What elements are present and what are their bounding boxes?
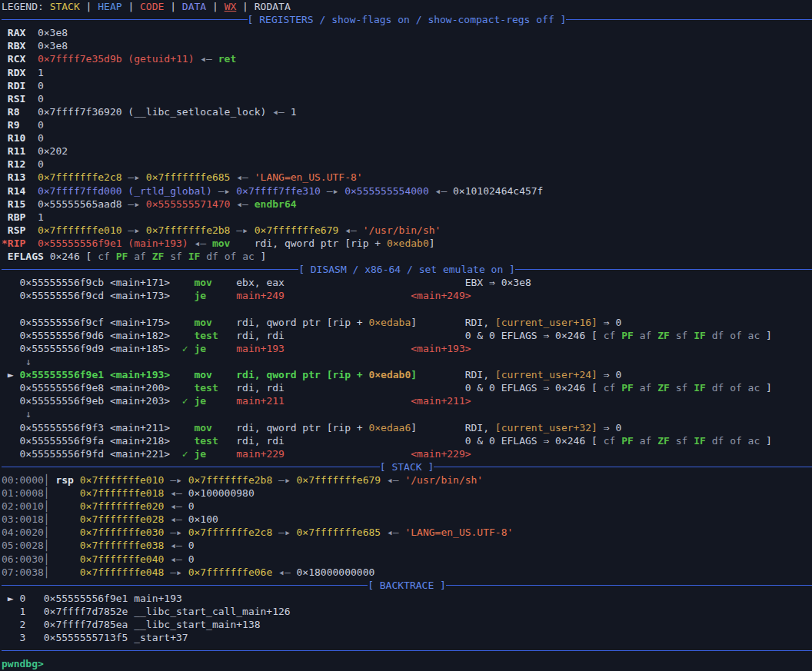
text-segment: 0×10102464c457f [453,185,543,197]
legend-row: LEGEND: STACK | HEAP | CODE | DATA | WX … [2,0,812,13]
text-segment: 0 [188,540,195,551]
text-segment: ac [748,330,760,341]
jump-arrow-icon: ↓ [2,408,32,420]
register-row: RSP 0×7fffffffe010 —▸ 0×7fffffffe2b8 —▸ … [2,224,812,237]
text-segment: 0×18000000000 [297,566,375,578]
points-to-arrow-icon: —▸ [122,224,146,236]
points-from-arrow-icon: ◂— [338,224,362,236]
prompt-line[interactable]: pwndbg> [2,657,812,670]
points-from-arrow-icon: ◂— [164,513,188,525]
text-segment: ZF [152,251,170,262]
text-segment [285,382,465,394]
text-segment: 0×55555556f9e1 <main+193> [19,369,170,380]
text-segment: 0×edab0 [387,238,429,249]
disasm-row: ↓ [2,407,812,420]
disasm-row: ► 0×55555556f9e1 <main+193> mov rdi, qwo… [2,368,812,381]
text-segment: je [194,395,206,407]
context-blocks: LEGEND: STACK | HEAP | CODE | DATA | WX … [2,0,812,657]
text-segment: <main+229> [411,448,471,460]
text-segment: 0×55555556f9e1 main+193 [44,593,182,604]
text-segment: 0×55555556f9e8 <main+200> [2,382,170,394]
text-segment: of [730,435,747,447]
text-segment: ] [429,238,435,249]
register-row: R14 0×7ffff7ffd000 (_rtld_global) —▸ 0×7… [2,184,812,198]
text-segment: | [80,1,98,12]
divider-backtrace: [ BACKTRACE ] [2,579,812,592]
text-segment: 0×7fffffffe679 [297,474,381,486]
text-segment [285,290,411,301]
register-row: RDX 1 [2,66,812,79]
text-segment: af [640,435,657,447]
register-row: R10 0 [2,131,812,144]
text-segment [170,448,182,460]
text-segment: 0×7fffffffe685 [146,171,231,183]
text-segment: mov [194,277,211,288]
points-to-arrow-icon: —▸ [230,224,254,236]
points-to-arrow-icon: —▸ [164,527,188,538]
text-segment [206,448,236,460]
text-segment: R12 [2,158,38,170]
points-to-arrow-icon: —▸ [212,185,236,197]
disasm-row: 0×55555556f9fa <main+218> test rdi, rdi … [2,434,812,447]
text-segment [218,330,236,341]
text-segment: 07:0038 [2,566,44,578]
points-from-arrow-icon: ◂— [164,487,188,499]
register-row: R15 0×55555565aad8 —▸ 0×555555571470 ◂— … [2,198,812,211]
text-segment: 0×7fffffffe2c8 [188,527,273,538]
text-segment [417,317,465,328]
text-segment: 0×7fffffffe679 [255,224,339,236]
text-segment: main+211 [236,395,285,407]
text-segment [2,304,8,315]
disasm-row [2,303,812,316]
register-row: EFLAGS 0×246 [ cf PF af ZF sf IF df of a… [2,250,812,263]
text-segment: <main+249> [411,290,471,301]
text-segment: HEAP [98,1,121,12]
register-row: RBX 0×3e8 [2,39,812,52]
text-segment: 'LANG=en_US.UTF-8' [404,527,513,538]
text-segment: ac [748,382,760,394]
text-segment: 0×edaa6 [368,422,411,433]
stack-row: 00:0000│ rsp 0×7fffffffe010 —▸ 0×7ffffff… [2,473,812,487]
disasm-row: 0×55555556f9cb <main+171> mov ebx, eax E… [2,276,812,289]
text-segment: af [640,382,657,394]
text-segment: main+249 [236,290,285,301]
text-segment: je [194,290,206,301]
text-segment: 0 & 0 [465,330,501,341]
text-segment: 0 [38,158,44,170]
text-segment: [current_user+24] [495,369,597,380]
divider-line [515,269,812,270]
text-segment: rdi, rdi [236,435,285,447]
text-segment: RBP [2,211,38,223]
text-segment: [current_user+16] [495,317,597,328]
text-segment: ⇒ 0 [597,317,621,328]
jump-arrow-icon: ↓ [2,356,32,367]
text-segment: STACK [50,1,80,12]
text-segment: R9 [2,119,38,131]
text-segment: RBX [2,40,38,51]
text-segment: RDI, [465,317,495,328]
text-segment: 0 [38,93,44,105]
text-segment: RDI, [465,369,495,380]
text-segment [285,343,411,354]
text-segment: 1 [38,67,44,78]
text-segment: sf [676,330,694,341]
text-segment: 0 [38,119,44,131]
text-segment: 0×7fffffffe020 [80,500,165,512]
text-segment: 00:0000 [2,474,44,486]
text-segment: rdi, qword ptr [rip + [236,422,368,433]
text-segment: 0×7fffffffe2b8 [188,474,273,486]
text-segment: 0×7fffffffe06e [188,566,273,578]
text-segment: PF [116,251,134,262]
text-segment: mov [212,238,230,249]
text-segment: '/usr/bin/sh' [363,224,441,236]
text-segment: sf [676,435,694,447]
text-segment: R11 [2,145,38,157]
text-segment: 0×3e8 [38,27,68,38]
text-segment: cf [98,251,115,262]
text-segment [170,422,194,433]
prompt-input[interactable] [44,658,50,669]
terminal-screen[interactable]: LEGEND: STACK | HEAP | CODE | DATA | WX … [0,0,812,671]
register-row: RBP 1 [2,211,812,224]
points-from-arrow-icon: ◂— [272,566,296,578]
disasm-row: 0×55555556f9cf <main+175> mov rdi, qword… [2,316,812,329]
